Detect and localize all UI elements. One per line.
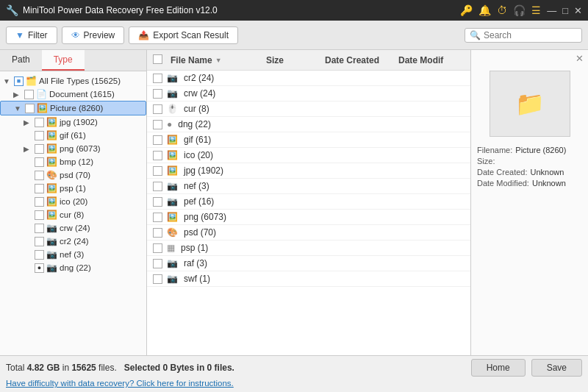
tree-checkbox-picture[interactable] [25,104,35,113]
search-box[interactable]: 🔍 [465,28,582,43]
tree-item-all[interactable]: ▼ ■ 🗂️ All File Types (15625) [0,74,146,88]
tree-arrow-icon: ▶ [24,145,32,153]
main-content: Path Type ▼ ■ 🗂️ All File Types (15625) … [0,50,588,355]
table-row[interactable]: 🎨 psd (70) [147,225,470,240]
tree-item-cur[interactable]: 🖼️ cur (8) [0,208,146,221]
row-checkbox[interactable] [153,151,162,160]
minimize-icon[interactable]: — [547,5,556,16]
tree-label-nef: nef (3) [60,250,84,259]
table-row[interactable]: ● dng (22) [147,117,470,132]
search-input[interactable] [484,30,579,40]
tree-checkbox-ico[interactable] [35,197,44,207]
export-button[interactable]: 📤 Export Scan Result [129,26,238,44]
help-link[interactable]: Have difficulty with data recovery? Clic… [6,379,582,388]
bell-icon[interactable]: 🔔 [478,4,491,16]
preview-close-button[interactable]: ✕ [576,53,584,64]
table-row[interactable]: 🖼️ ico (20) [147,148,470,163]
table-row[interactable]: 🖼️ png (6073) [147,210,470,225]
tree-item-psd[interactable]: 🎨 psd (70) [0,168,146,182]
row-checkbox[interactable] [153,74,162,83]
table-row[interactable]: 🖱️ cur (8) [147,101,470,117]
row-checkbox[interactable] [153,274,162,284]
tree-folder-icon-cr2: 📷 [46,236,57,246]
row-checkbox[interactable] [153,182,162,191]
tree-folder-icon-all: 🗂️ [26,76,37,86]
preview-button[interactable]: 👁 Preview [62,26,125,44]
tree-folder-icon-jpg: 🖼️ [46,117,57,127]
tree-checkbox-all[interactable]: ■ [14,76,24,86]
home-button[interactable]: Home [471,359,526,377]
total-text: Total 4.82 GB in 15625 files. [6,363,117,373]
tree-label-picture: Picture (8260) [50,104,103,113]
preview-size-row: Size: [477,157,582,165]
row-checkbox[interactable] [153,89,162,99]
row-checkbox[interactable] [153,243,162,253]
tree-item-nef[interactable]: 📷 nef (3) [0,248,146,261]
headphone-icon[interactable]: 🎧 [513,4,526,16]
table-row[interactable]: 📷 swf (1) [147,271,470,287]
tree-item-png[interactable]: ▶ 🖼️ png (6073) [0,142,146,155]
tree-item-cr2[interactable]: 📷 cr2 (24) [0,235,146,248]
date-created-label: Date Created: [477,168,527,177]
clock-icon[interactable]: ⏱ [497,4,507,16]
file-icon: 🖼️ [167,165,178,176]
row-checkbox[interactable] [153,166,162,176]
file-icon: 📷 [167,88,178,99]
tree-checkbox-crw[interactable] [35,224,44,233]
preview-filename-row: Filename: Picture (8260) [477,146,582,154]
close-icon[interactable]: ✕ [574,5,582,16]
key-icon[interactable]: 🔑 [460,4,473,16]
tree-item-bmp[interactable]: 🖼️ bmp (12) [0,155,146,168]
table-row[interactable]: 🖼️ jpg (1902) [147,163,470,179]
filter-button[interactable]: ▼ Filter [6,26,57,44]
tree-item-jpg[interactable]: ▶ 🖼️ jpg (1902) [0,115,146,129]
tree-checkbox-dng[interactable]: ● [35,263,44,273]
tree-item-gif[interactable]: 🖼️ gif (61) [0,129,146,142]
row-checkbox[interactable] [153,228,162,238]
row-checkbox[interactable] [153,259,162,268]
table-row[interactable]: ▦ psp (1) [147,240,470,256]
file-icon: 📷 [167,274,178,284]
save-button[interactable]: Save [531,359,582,377]
tree-item-ico[interactable]: 🖼️ ico (20) [0,195,146,208]
tree-checkbox-bmp[interactable] [35,157,44,167]
tree-checkbox-cur[interactable] [35,210,44,220]
tree-item-crw[interactable]: 📷 crw (24) [0,221,146,235]
tree-item-picture[interactable]: ▼ 🖼️ Picture (8260) [0,101,146,115]
tree-checkbox-cr2[interactable] [35,237,44,246]
table-row[interactable]: 📷 nef (3) [147,179,470,194]
tree-folder-icon-dng: 📷 [46,263,57,273]
row-checkbox[interactable] [153,213,162,222]
header-checkbox[interactable] [153,54,162,64]
tree-checkbox-psd[interactable] [35,171,44,180]
row-checkbox[interactable] [153,120,162,129]
menu-icon[interactable]: ☰ [531,4,541,16]
tree-checkbox-png[interactable] [35,144,44,154]
table-row[interactable]: 🖼️ gif (61) [147,132,470,148]
date-created-value: Unknown [530,168,564,177]
row-checkbox[interactable] [153,197,162,207]
tab-type[interactable]: Type [42,50,85,71]
tree-checkbox-jpg[interactable] [35,118,44,127]
tree-item-document[interactable]: ▶ 📄 Document (1615) [0,88,146,101]
tree-checkbox-document[interactable] [24,90,34,99]
table-row[interactable]: 📷 cr2 (24) [147,71,470,86]
tree-item-psp[interactable]: 🖼️ psp (1) [0,182,146,195]
export-icon: 📤 [138,30,149,40]
maximize-icon[interactable]: □ [562,5,568,16]
table-row[interactable]: 📷 raf (3) [147,256,470,271]
row-checkbox[interactable] [153,135,162,145]
file-list-header: File Name ▼ Size Date Created Date Modif [147,50,470,71]
table-row[interactable]: 📷 pef (16) [147,194,470,210]
tree-checkbox-psp[interactable] [35,184,44,193]
sort-arrow-icon[interactable]: ▼ [215,57,222,64]
row-checkbox[interactable] [153,104,162,114]
tree-checkbox-nef[interactable] [35,250,44,260]
row-filename: gif (61) [184,135,211,145]
selected-text: Selected 0 Bytes in 0 files. [124,363,234,373]
header-check-col [153,54,171,66]
tree-item-dng[interactable]: ● 📷 dng (22) [0,261,146,274]
table-row[interactable]: 📷 crw (24) [147,86,470,101]
tab-path[interactable]: Path [0,50,42,71]
tree-checkbox-gif[interactable] [35,131,44,140]
